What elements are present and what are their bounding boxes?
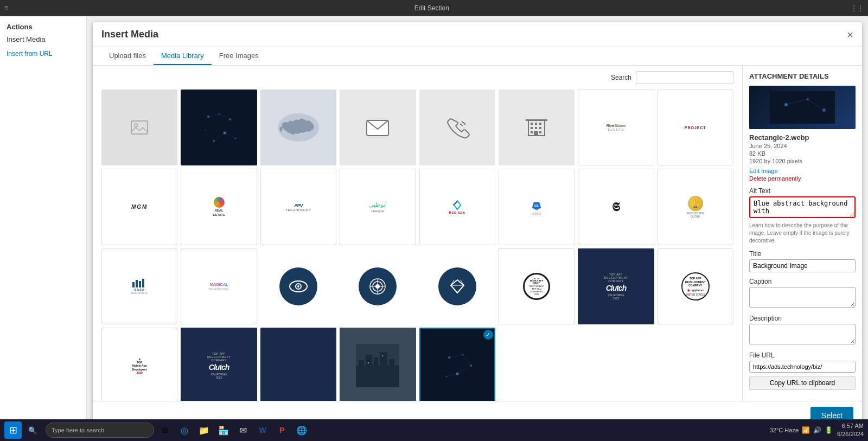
media-item[interactable]: 𝕾 — [578, 169, 654, 245]
taskbar-word-icon[interactable]: W — [254, 421, 271, 436]
taskbar-search-box[interactable]: Type here to search — [46, 423, 154, 436]
taskbar-edge-icon[interactable]: ◎ — [176, 421, 193, 436]
taskbar-store-icon[interactable]: 🏪 — [215, 421, 232, 436]
media-item[interactable] — [260, 248, 336, 324]
file-url-input[interactable] — [749, 361, 856, 373]
tab-media-library[interactable]: Media Library — [154, 47, 212, 65]
media-item[interactable]: RED SEA — [419, 169, 495, 245]
insert-media-dialog: Insert Media × Upload files Media Librar… — [92, 22, 863, 430]
media-item[interactable] — [260, 328, 336, 401]
svg-point-34 — [297, 285, 299, 287]
media-item[interactable]: SOL STAR — [499, 169, 575, 245]
svg-rect-25 — [534, 131, 538, 136]
dialog-header: Insert Media × — [93, 22, 862, 47]
placeholder-icon — [103, 91, 176, 164]
media-item[interactable] — [260, 90, 336, 165]
tab-upload-files[interactable]: Upload files — [101, 47, 154, 65]
media-item[interactable]: TOP APPDEVELOPMENTCOMPANY Clutch CALIFOR… — [578, 248, 654, 324]
media-item[interactable] — [340, 90, 416, 165]
top-bar-drag-icon[interactable]: ⋮⋮ — [851, 4, 864, 12]
dialog-tabs: Upload files Media Library Free Images — [93, 47, 862, 66]
title-input[interactable] — [749, 259, 856, 272]
media-item[interactable] — [499, 90, 575, 165]
att-date: June 25, 2024 — [749, 143, 856, 149]
copy-url-button[interactable]: Copy URL to clipboard — [749, 376, 856, 390]
svg-rect-19 — [539, 123, 541, 125]
media-item[interactable] — [419, 90, 495, 165]
caption-label: Caption — [749, 278, 856, 285]
media-item[interactable] — [340, 328, 416, 401]
media-item-selected[interactable] — [419, 328, 495, 401]
svg-rect-24 — [539, 131, 541, 133]
caption-input[interactable] — [749, 287, 856, 308]
media-item[interactable]: ﺃﺑﻮﻇﺒﻲ Hokayati — [340, 169, 416, 245]
media-item[interactable]: RiverStones EVENTS — [578, 90, 654, 165]
tab-free-images[interactable]: Free Images — [212, 47, 266, 65]
sidebar-insert-from-url[interactable]: Insert from URL — [7, 50, 80, 57]
media-item[interactable] — [101, 90, 177, 165]
attachment-panel: ATTACHMENT DETAILS Rectan — [743, 66, 862, 401]
dialog-title: Insert Media — [101, 29, 158, 40]
svg-rect-21 — [535, 127, 537, 129]
svg-rect-48 — [380, 352, 387, 387]
top-bar-menu-icon[interactable]: ≡ — [4, 4, 9, 12]
taskbar-volume-icon[interactable]: 🔊 — [813, 426, 821, 434]
sidebar: Actions Insert Media Insert from URL — [0, 16, 87, 436]
media-item[interactable]: PROJECT — [658, 90, 733, 165]
svg-point-51 — [382, 355, 383, 356]
taskbar-search-icon[interactable]: 🔍 — [24, 421, 41, 436]
sidebar-actions-title: Actions — [7, 23, 80, 31]
svg-rect-62 — [770, 91, 835, 124]
media-item[interactable]: ★ ★ MOBILE APPDAILY BEST MOBILEAPP DEVCO… — [499, 248, 575, 324]
media-item[interactable]: APV TECHNOLOGY — [260, 169, 336, 245]
file-url-label: File URL — [749, 351, 856, 359]
description-label: Description — [749, 315, 856, 322]
media-item[interactable]: ★ TOPMobile AppDevelopers 2020 — [101, 328, 177, 401]
taskbar-chrome-icon[interactable]: 🌐 — [293, 421, 310, 436]
svg-point-1 — [135, 124, 138, 127]
svg-text:SOL: SOL — [534, 204, 539, 207]
taskbar-mail-icon[interactable]: ✉ — [234, 421, 252, 436]
taskbar-battery-icon[interactable]: 🔋 — [825, 426, 833, 434]
search-row: Search — [101, 71, 733, 84]
att-size: 82 KB — [749, 150, 856, 157]
media-item[interactable]: TOP APPDEVELOPMENTCOMPANY Clutch CALIFOR… — [181, 328, 257, 401]
media-item[interactable]: SASA REAL ESTATE — [101, 248, 177, 324]
media-item[interactable] — [181, 90, 257, 165]
att-dimensions: 1920 by 1020 pixels — [749, 158, 856, 164]
taskbar-wifi-icon[interactable]: 📶 — [802, 426, 810, 434]
top-bar-title: Edit Section — [13, 4, 851, 12]
media-grid-wrapper[interactable]: Search — [93, 66, 743, 401]
svg-rect-0 — [131, 121, 148, 134]
att-delete-link[interactable]: Delete permanently — [749, 175, 856, 182]
svg-rect-46 — [366, 355, 372, 387]
media-item[interactable]: MAGICAL BRANDING — [181, 248, 257, 324]
media-item[interactable]: TOP APPDEVELOPMENTCOMPANY ★ appfuturo UN… — [658, 248, 733, 324]
sidebar-current-action: Insert Media — [7, 35, 80, 43]
media-item[interactable]: REALESTATE — [181, 169, 257, 245]
taskbar-powerpoint-icon[interactable]: P — [273, 421, 291, 436]
taskbar-left: ⊞ 🔍 Type here to search ⊞ ◎ 📁 🏪 ✉ W P 🌐 — [4, 421, 310, 436]
taskbar-file-icon[interactable]: 📁 — [195, 421, 213, 436]
media-item[interactable]: MGM — [101, 169, 177, 245]
svg-rect-30 — [139, 281, 141, 287]
taskbar-apps-icon[interactable]: ⊞ — [156, 421, 174, 436]
media-item[interactable] — [419, 248, 495, 324]
media-item[interactable] — [340, 248, 416, 324]
taskbar-clock: 6:57 AM 6/26/2024 — [837, 422, 864, 436]
taskbar-right: 32°C Haze 📶 🔊 🔋 6:57 AM 6/26/2024 — [770, 422, 864, 436]
att-filename: Rectangle-2.webp — [749, 133, 856, 142]
start-button[interactable]: ⊞ — [4, 421, 22, 436]
alt-text-input[interactable]: Blue abstract background with — [749, 196, 856, 218]
dialog-close-button[interactable]: × — [847, 29, 853, 40]
svg-rect-23 — [531, 131, 533, 133]
att-edit-link[interactable]: Edit Image — [749, 168, 856, 174]
svg-rect-29 — [136, 280, 138, 287]
svg-rect-20 — [531, 127, 533, 129]
taskbar-sys-icons: 32°C Haze 📶 🔊 🔋 — [770, 426, 833, 434]
svg-rect-28 — [132, 282, 135, 287]
search-input[interactable] — [636, 71, 733, 84]
description-input[interactable] — [749, 324, 856, 344]
media-item[interactable]: 🏆 ACROSS THEGLOBE — [658, 169, 733, 245]
svg-rect-17 — [531, 123, 533, 125]
